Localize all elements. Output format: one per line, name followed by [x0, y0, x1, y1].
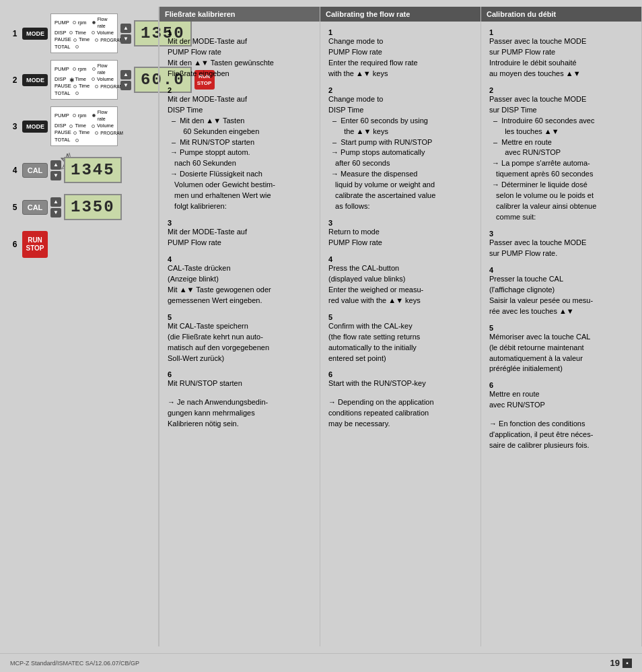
german-step-2: 2 Mit der MODE-Taste auf DISP Time – Mit… [168, 86, 312, 212]
english-column: Calibrating the flow rate 1 Change mode … [320, 7, 480, 646]
row-number-6: 6 [10, 240, 20, 249]
english-step-5-num: 5 [328, 313, 332, 321]
english-step-6: 6 Start with the RUN/STOP-key [328, 370, 472, 389]
arrows-1: ▲ ▼ [120, 24, 131, 44]
french-step-4-num: 4 [489, 266, 493, 274]
english-step-4-num: 4 [328, 255, 332, 263]
footer-right: 19 ▪ [610, 658, 632, 668]
english-step-1-content: Change mode to PUMP Flow rate Enter the … [328, 36, 472, 79]
diagram-row-4: 4 CAL ▲ ▼ 1345 [10, 157, 151, 183]
arrow-up-5[interactable]: ▲ [50, 197, 61, 207]
german-step-6-content: Mit RUN/STOP starten [168, 378, 312, 389]
german-step-6-num: 6 [168, 370, 172, 378]
lcd-4: 1345 [64, 157, 122, 183]
english-note: → Depending on the application condition… [328, 397, 472, 430]
french-step-4: 4 Presser la touche CAL (l'affichage cli… [489, 266, 633, 317]
french-step-6-num: 6 [489, 381, 493, 389]
german-step-5: 5 Mit CAL-Taste speichern (die Fließrate… [168, 313, 312, 364]
french-step-2-content: Passer avec la touche MODE sur DISP Time… [489, 94, 633, 223]
diagram-row-1: 1 MODE PUMPrpm Flow rate DISPTime Volume… [10, 13, 151, 53]
row-number-3: 3 [10, 122, 20, 131]
german-step-1-num: 1 [168, 28, 172, 36]
run-stop-button-6[interactable]: RUNSTOP [22, 231, 48, 258]
english-step-3-content: Return to mode PUMP Flow rate [328, 227, 472, 248]
english-step-4: 4 Press the CAL-button (displayed value … [328, 255, 472, 306]
mode-button-2[interactable]: MODE [22, 74, 48, 86]
page-indicator: ▪ [622, 659, 632, 668]
diagram-row-2: 2 MODE PUMPrpm Flow rate DISP✱Time Volum… [10, 60, 151, 100]
arrow-up-1[interactable]: ▲ [120, 24, 131, 33]
main-content: 1 MODE PUMPrpm Flow rate DISPTime Volume… [0, 0, 642, 653]
row-number-2: 2 [10, 75, 20, 85]
row-number-1: 1 [10, 29, 20, 38]
english-step-5-content: Confirm with the CAL-key (the flow rate … [328, 321, 472, 364]
german-column: Fließrate kalibrieren 1 Mit der MODE-Tas… [159, 7, 320, 646]
french-column: Calibration du débit 1 Passer avec la to… [480, 7, 642, 646]
german-step-1: 1 Mit der MODE-Taste auf PUMP Flow rate … [168, 28, 312, 79]
german-step-4-num: 4 [168, 255, 172, 263]
row-number-5: 5 [10, 203, 20, 212]
french-step-1: 1 Passer avec la touche MODE sur PUMP Fl… [489, 28, 633, 79]
pump-display-1: PUMPrpm Flow rate DISPTime Volume PAUSET… [50, 13, 118, 53]
pump-display-2: PUMPrpm Flow rate DISP✱Time Volume PAUSE… [50, 60, 118, 100]
english-step-5: 5 Confirm with the CAL-key (the flow rat… [328, 313, 472, 364]
english-step-3: 3 Return to mode PUMP Flow rate [328, 219, 472, 248]
french-step-6: 6 Mettre en route avec RUN/STOP [489, 381, 633, 411]
french-step-5: 5 Mémoriser avec la touche CAL (le débit… [489, 324, 633, 375]
diagram-row-5: 5 CAL ▲ ▼ 1350 [10, 194, 151, 220]
left-panel: 1 MODE PUMPrpm Flow rate DISPTime Volume… [0, 7, 158, 646]
english-step-2-num: 2 [328, 86, 332, 94]
french-step-3-num: 3 [489, 230, 493, 238]
french-step-2: 2 Passer avec la touche MODE sur DISP Ti… [489, 86, 633, 223]
german-step-2-content: Mit der MODE-Taste auf DISP Time – Mit d… [168, 94, 312, 212]
arrows-2: ▲ ▼ [120, 70, 131, 90]
english-step-3-num: 3 [328, 219, 332, 227]
cal-button-4[interactable]: CAL [22, 163, 48, 178]
english-step-1: 1 Change mode to PUMP Flow rate Enter th… [328, 28, 472, 79]
page: 1 MODE PUMPrpm Flow rate DISPTime Volume… [0, 0, 642, 672]
arrow-down-2[interactable]: ▼ [120, 81, 131, 90]
row-number-4: 4 [10, 166, 20, 175]
english-header: Calibrating the flow rate [320, 7, 480, 22]
german-step-1-content: Mit der MODE-Taste auf PUMP Flow rate Mi… [168, 36, 312, 79]
footer: MCP-Z Standard/ISMATEC SA/12.06.07/CB/GP… [0, 653, 642, 672]
german-step-5-num: 5 [168, 313, 172, 321]
pump-display-3: PUMPrpm Flow rate DISPTime Volume PAUSET… [50, 106, 118, 146]
french-step-5-content: Mémoriser avec la touche CAL (le débit r… [489, 332, 633, 375]
french-header: Calibration du débit [481, 7, 641, 22]
arrows-5: ▲ ▼ [50, 197, 61, 217]
footer-page-number: 19 [610, 658, 620, 668]
diagram-row-6: 6 RUNSTOP [10, 231, 151, 258]
french-step-2-num: 2 [489, 86, 493, 94]
english-step-6-num: 6 [328, 370, 332, 378]
english-step-4-content: Press the CAL-button (displayed value bl… [328, 263, 472, 306]
french-step-3-content: Passer avec la touche MODE sur PUMP Flow… [489, 238, 633, 259]
german-step-5-content: Mit CAL-Taste speichern (die Fließrate k… [168, 321, 312, 364]
german-step-2-num: 2 [168, 86, 172, 94]
german-step-4: 4 CAL-Taste drücken (Anzeige blinkt) Mit… [168, 255, 312, 306]
arrow-down-5[interactable]: ▼ [50, 208, 61, 217]
german-step-6: 6 Mit RUN/STOP starten [168, 370, 312, 389]
french-step-4-content: Presser la touche CAL (l'affichage clign… [489, 274, 633, 317]
mode-button-1[interactable]: MODE [22, 28, 48, 40]
french-step-6-content: Mettre en route avec RUN/STOP [489, 389, 633, 411]
french-note: → En fonction des conditions d'applicati… [489, 419, 633, 451]
english-step-2: 2 Change mode to DISP Time – Enter 60 se… [328, 86, 472, 212]
footer-left-text: MCP-Z Standard/ISMATEC SA/12.06.07/CB/GP [10, 660, 139, 667]
french-step-3: 3 Passer avec la touche MODE sur PUMP Fl… [489, 230, 633, 259]
english-step-2-content: Change mode to DISP Time – Enter 60 seco… [328, 94, 472, 212]
french-step-5-num: 5 [489, 324, 493, 332]
german-note: → Je nach Anwendungsbedin- gungen kann m… [168, 397, 312, 430]
mode-button-3[interactable]: MODE [22, 121, 48, 133]
french-step-1-content: Passer avec la touche MODE sur PUMP Flow… [489, 36, 633, 79]
german-step-4-content: CAL-Taste drücken (Anzeige blinkt) Mit ▲… [168, 263, 312, 306]
cal-button-5[interactable]: CAL [22, 200, 48, 215]
arrow-up-2[interactable]: ▲ [120, 70, 131, 79]
german-step-3-num: 3 [168, 219, 172, 227]
german-step-3: 3 Mit der MODE-Taste auf PUMP Flow rate [168, 219, 312, 248]
english-step-6-content: Start with the RUN/STOP-key [328, 378, 472, 389]
english-step-1-num: 1 [328, 28, 332, 36]
arrow-down-1[interactable]: ▼ [120, 34, 131, 44]
lcd-5: 1350 [64, 194, 122, 220]
german-header: Fließrate kalibrieren [159, 7, 320, 22]
